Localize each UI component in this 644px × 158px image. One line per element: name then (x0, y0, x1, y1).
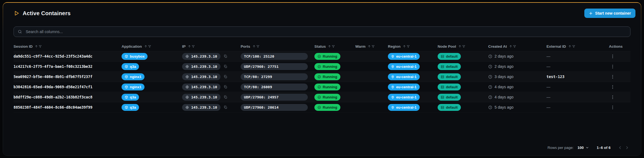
filter-icon[interactable] (371, 45, 375, 48)
ip-address: 145.239.3.10 (191, 105, 217, 109)
table-row[interactable]: da9dc551-c9f7-44cc-925d-23f5c243a4dc bus… (14, 51, 630, 61)
row-actions-button[interactable] (609, 63, 616, 70)
table-row[interactable]: b3042816-65ed-49da-9069-d56e21f47cf1 ngi… (14, 82, 630, 92)
sort-icon[interactable] (568, 45, 572, 48)
column-header[interactable]: External ID (546, 44, 609, 49)
filter-icon[interactable] (256, 45, 260, 48)
application-icon (125, 85, 128, 89)
created-at: 4 days ago (495, 85, 514, 89)
sort-icon[interactable] (458, 45, 462, 48)
server-icon (441, 95, 444, 99)
sort-icon[interactable] (144, 45, 148, 48)
previous-page-button[interactable] (617, 144, 624, 151)
row-actions-button[interactable] (609, 94, 616, 101)
filter-icon[interactable] (38, 45, 42, 48)
filter-icon[interactable] (191, 45, 195, 48)
sort-icon[interactable] (509, 45, 512, 48)
clock-icon (488, 65, 492, 69)
column-header-label: Session ID (14, 44, 33, 49)
copy-ip-button[interactable] (223, 105, 228, 110)
pagination-bar: Rows per page: 100 1–6 of 6 (548, 144, 630, 151)
node-pool-label: default (446, 65, 458, 69)
chevron-left-icon (618, 145, 622, 150)
ip-address: 145.239.3.10 (191, 95, 217, 99)
copy-ip-button[interactable] (223, 84, 228, 89)
application-chip[interactable]: nginx1 (122, 73, 144, 80)
plus-icon (589, 11, 593, 15)
table-row[interactable]: 1c4217c6-2f75-4f7a-bae1-f08c3213be32 q3a… (14, 61, 630, 72)
status-label: Running (323, 75, 337, 79)
application-chip[interactable]: q3a (122, 63, 139, 70)
status-chip: Running (314, 73, 340, 80)
row-actions-button[interactable] (609, 104, 616, 111)
application-icon (125, 95, 128, 99)
column-header[interactable]: Application (122, 44, 182, 49)
ip-address: 145.239.3.10 (191, 65, 217, 69)
node-pool-label: default (446, 75, 458, 79)
column-header[interactable]: Created At (488, 44, 546, 49)
table-row[interactable]: 8850238f-484f-4604-8c66-d8c04ae39f99 q3a… (14, 102, 630, 113)
check-circle-icon (317, 85, 321, 89)
filter-icon[interactable] (513, 45, 516, 48)
ip-address: 145.239.3.10 (191, 54, 217, 58)
sort-icon[interactable] (403, 45, 406, 48)
application-name: q3a (130, 95, 136, 99)
filter-icon[interactable] (332, 45, 335, 48)
filter-icon[interactable] (462, 45, 466, 48)
copy-ip-button[interactable] (223, 95, 228, 100)
sort-icon[interactable] (188, 45, 191, 48)
column-header-label: External ID (546, 44, 566, 49)
application-chip[interactable]: q3a (122, 104, 139, 111)
column-header[interactable]: Session ID (14, 44, 122, 49)
column-header-label: Region (388, 44, 401, 49)
column-header-label: Node Pool (438, 44, 456, 49)
table-row[interactable]: b8dff29e-c088-49d8-a2b2-163b82f3cac8 q3a… (14, 92, 630, 102)
column-header[interactable]: Region (388, 44, 438, 49)
map-pin-icon (391, 75, 395, 79)
search-input[interactable] (25, 29, 626, 34)
application-name: q3a (130, 105, 136, 109)
application-name: nginx1 (130, 85, 141, 89)
column-header[interactable]: Status (314, 44, 355, 49)
application-chip[interactable]: nginx1 (122, 84, 144, 90)
application-chip[interactable]: q3a (122, 94, 139, 101)
table-row[interactable]: 5ea69027-bf5e-408e-8b91-dfb67f5f237f ngi… (14, 72, 630, 82)
application-chip[interactable]: busybox (122, 53, 148, 60)
row-actions-button[interactable] (609, 53, 616, 60)
start-new-container-button[interactable]: Start new container (584, 9, 635, 18)
ip-address: 145.239.3.10 (191, 85, 217, 89)
region-chip: eu-central-1 (388, 84, 420, 90)
node-pool-chip: default (438, 104, 461, 111)
row-actions-button[interactable] (609, 84, 616, 90)
node-pool-label: default (446, 85, 458, 89)
sort-icon[interactable] (35, 45, 38, 48)
sort-icon[interactable] (367, 45, 371, 48)
server-icon (441, 106, 444, 109)
check-circle-icon (317, 95, 321, 99)
filter-icon[interactable] (406, 45, 410, 48)
created-at: 5 days ago (495, 105, 514, 109)
filter-icon[interactable] (148, 45, 151, 48)
column-header[interactable]: Ports (241, 44, 314, 49)
table-header-row: Session ID Application IP (14, 42, 630, 51)
column-header[interactable]: IP (182, 44, 241, 49)
globe-icon (185, 85, 189, 89)
check-circle-icon (317, 75, 321, 79)
session-id: 5ea69027-bf5e-408e-8b91-dfb67f5f237f (14, 74, 122, 79)
column-header[interactable]: Actions (609, 44, 630, 49)
copy-ip-button[interactable] (223, 64, 228, 69)
rows-per-page-select[interactable]: 100 (576, 144, 591, 151)
ip-pill: 145.239.3.10 (182, 73, 220, 80)
filter-icon[interactable] (572, 45, 575, 48)
column-header[interactable]: Warm (355, 44, 388, 49)
page-title-group: Active Containers (14, 10, 70, 17)
sort-icon[interactable] (328, 45, 331, 48)
copy-ip-button[interactable] (223, 54, 228, 59)
start-button-label: Start new container (595, 11, 631, 15)
row-actions-button[interactable] (609, 73, 616, 80)
sort-icon[interactable] (252, 45, 256, 48)
column-header[interactable]: Node Pool (438, 44, 488, 49)
next-page-button[interactable] (624, 144, 630, 151)
copy-ip-button[interactable] (223, 74, 228, 79)
clock-icon (488, 54, 492, 58)
